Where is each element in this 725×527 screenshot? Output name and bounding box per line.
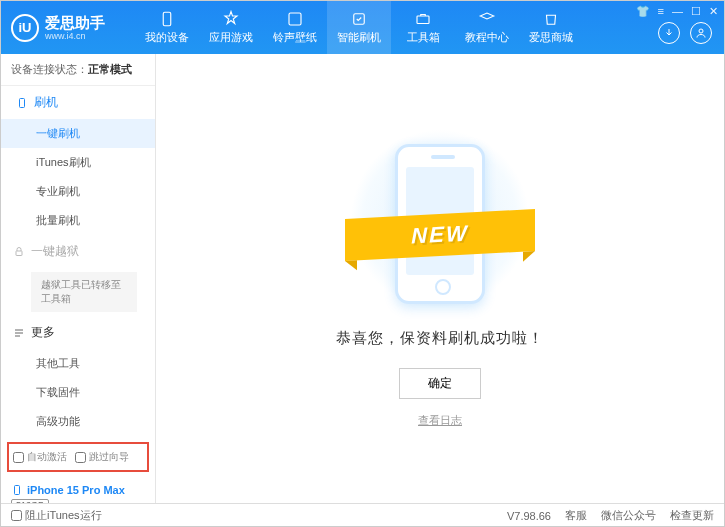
device-info: iPhone 15 Pro Max 512GB iPhone (1, 478, 155, 503)
download-icon[interactable] (658, 22, 680, 44)
block-itunes-option[interactable]: 阻止iTunes运行 (11, 508, 102, 523)
section-more[interactable]: 更多 (1, 316, 155, 349)
nav-label: 应用游戏 (209, 30, 253, 45)
device-name-text: iPhone 15 Pro Max (27, 484, 125, 496)
user-icon[interactable] (690, 22, 712, 44)
section-label: 刷机 (34, 94, 58, 111)
phone-icon (16, 97, 28, 109)
checkbox-label: 跳过向导 (89, 450, 129, 464)
logo-icon: iU (11, 14, 39, 42)
svg-rect-6 (16, 251, 22, 256)
jailbreak-note: 越狱工具已转移至工具箱 (31, 272, 137, 312)
nav-store[interactable]: 爱思商城 (519, 1, 583, 54)
section-label: 一键越狱 (31, 243, 79, 260)
svg-rect-7 (15, 486, 20, 495)
footer: 阻止iTunes运行 V7.98.66 客服 微信公众号 检查更新 (1, 503, 724, 527)
success-illustration: NEW (340, 129, 540, 309)
sidebar-item-itunes-flash[interactable]: iTunes刷机 (1, 148, 155, 177)
sidebar-item-batch-flash[interactable]: 批量刷机 (1, 206, 155, 235)
auto-activate-checkbox[interactable] (13, 452, 24, 463)
logo-area: iU 爱思助手 www.i4.cn (1, 14, 115, 42)
main-content: NEW 恭喜您，保资料刷机成功啦！ 确定 查看日志 (156, 54, 724, 503)
menu-icon[interactable]: ≡ (658, 5, 664, 18)
ok-button[interactable]: 确定 (399, 368, 481, 399)
sidebar-item-pro-flash[interactable]: 专业刷机 (1, 177, 155, 206)
nav-smart-flash[interactable]: 智能刷机 (327, 1, 391, 54)
view-log-link[interactable]: 查看日志 (418, 413, 462, 428)
app-url: www.i4.cn (45, 31, 105, 41)
section-jailbreak: 一键越狱 (1, 235, 155, 268)
tutorial-icon (478, 10, 496, 28)
wechat-link[interactable]: 微信公众号 (601, 508, 656, 523)
nav-label: 爱思商城 (529, 30, 573, 45)
store-icon (542, 10, 560, 28)
wallpaper-icon (286, 10, 304, 28)
flash-icon (350, 10, 368, 28)
svg-point-4 (699, 29, 703, 33)
block-itunes-label: 阻止iTunes运行 (25, 508, 102, 523)
nav-label: 教程中心 (465, 30, 509, 45)
device-icon (158, 10, 176, 28)
section-label: 更多 (31, 324, 55, 341)
nav-label: 工具箱 (407, 30, 440, 45)
nav-ringtones[interactable]: 铃声壁纸 (263, 1, 327, 54)
customer-service-link[interactable]: 客服 (565, 508, 587, 523)
block-itunes-checkbox[interactable] (11, 510, 22, 521)
success-message: 恭喜您，保资料刷机成功啦！ (336, 329, 544, 348)
connection-status: 设备连接状态：正常模式 (1, 54, 155, 86)
nav-label: 铃声壁纸 (273, 30, 317, 45)
skip-setup-option[interactable]: 跳过向导 (75, 450, 129, 464)
window-controls: 👕 ≡ — ☐ ✕ (636, 5, 718, 18)
sidebar: 设备连接状态：正常模式 刷机 一键刷机 iTunes刷机 专业刷机 批量刷机 一… (1, 54, 156, 503)
toolbox-icon (414, 10, 432, 28)
status-label: 设备连接状态： (11, 63, 88, 75)
lock-icon (13, 246, 25, 258)
checkbox-label: 自动激活 (27, 450, 67, 464)
close-icon[interactable]: ✕ (709, 5, 718, 18)
sidebar-item-oneclick-flash[interactable]: 一键刷机 (1, 119, 155, 148)
section-flash[interactable]: 刷机 (1, 86, 155, 119)
device-name[interactable]: iPhone 15 Pro Max (11, 484, 145, 496)
nav-label: 智能刷机 (337, 30, 381, 45)
svg-rect-1 (289, 13, 301, 25)
nav-my-device[interactable]: 我的设备 (135, 1, 199, 54)
sidebar-item-download-fw[interactable]: 下载固件 (1, 378, 155, 407)
svg-rect-3 (417, 16, 429, 24)
flash-options-highlighted: 自动激活 跳过向导 (7, 442, 149, 472)
sidebar-item-advanced[interactable]: 高级功能 (1, 407, 155, 436)
nav-apps[interactable]: 应用游戏 (199, 1, 263, 54)
skin-icon[interactable]: 👕 (636, 5, 650, 18)
apps-icon (222, 10, 240, 28)
device-small-icon (11, 484, 23, 496)
nav-label: 我的设备 (145, 30, 189, 45)
auto-activate-option[interactable]: 自动激活 (13, 450, 67, 464)
minimize-icon[interactable]: — (672, 5, 683, 18)
check-update-link[interactable]: 检查更新 (670, 508, 714, 523)
skip-setup-checkbox[interactable] (75, 452, 86, 463)
svg-rect-5 (20, 98, 25, 107)
svg-rect-0 (163, 12, 171, 26)
version-label: V7.98.66 (507, 510, 551, 522)
app-header: iU 爱思助手 www.i4.cn 我的设备 应用游戏 铃声壁纸 智能刷机 工具… (1, 1, 724, 54)
main-nav: 我的设备 应用游戏 铃声壁纸 智能刷机 工具箱 教程中心 爱思商城 (135, 1, 583, 54)
sidebar-item-other-tools[interactable]: 其他工具 (1, 349, 155, 378)
storage-badge: 512GB (11, 499, 49, 503)
maximize-icon[interactable]: ☐ (691, 5, 701, 18)
nav-toolbox[interactable]: 工具箱 (391, 1, 455, 54)
header-actions (658, 22, 712, 44)
status-value: 正常模式 (88, 63, 132, 75)
list-icon (13, 327, 25, 339)
nav-tutorials[interactable]: 教程中心 (455, 1, 519, 54)
